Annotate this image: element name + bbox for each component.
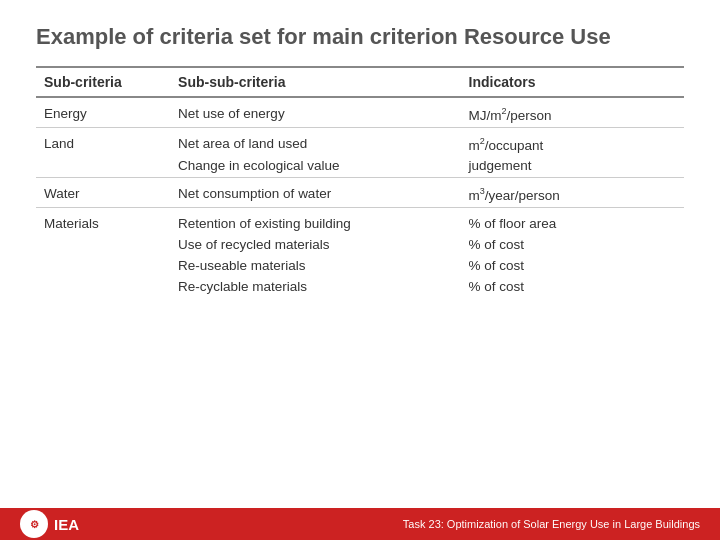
subcriteria-water: Water [36,178,170,208]
table-row: Re-cyclable materials % of cost [36,277,684,298]
header-subsubcriteria: Sub-sub-criteria [170,67,460,97]
subcriteria-materials: Materials [36,207,170,235]
table-row: Use of recycled materials % of cost [36,235,684,256]
table-row: Water Net consumption of water m3/year/p… [36,178,684,208]
subsubcriteria-materials-3: Re-useable materials [170,256,460,277]
criteria-table: Sub-criteria Sub-sub-criteria Indicators… [36,66,684,298]
page-title: Example of criteria set for main criteri… [36,24,684,50]
subsubcriteria-materials-4: Re-cyclable materials [170,277,460,298]
footer-bar: ⚙ IEA Task 23: Optimization of Solar Ene… [0,508,720,540]
subsubcriteria-materials-1: Retention of existing building [170,207,460,235]
subsubcriteria-energy-1: Net use of energy [170,97,460,127]
header-subcriteria: Sub-criteria [36,67,170,97]
indicator-materials-3: % of cost [461,256,684,277]
logo-gear-icon: ⚙ [30,519,39,530]
iea-text: IEA [54,516,79,533]
indicator-materials-4: % of cost [461,277,684,298]
subsubcriteria-water-1: Net consumption of water [170,178,460,208]
main-page: Example of criteria set for main criteri… [0,0,720,540]
table-row: Re-useable materials % of cost [36,256,684,277]
indicator-materials-1: % of floor area [461,207,684,235]
indicator-land-2: judgement [461,156,684,178]
table-row: Land Net area of land used m2/occupant [36,127,684,156]
subsubcriteria-materials-2: Use of recycled materials [170,235,460,256]
iea-logo: ⚙ [20,510,48,538]
subcriteria-land: Land [36,127,170,156]
footer-logo: ⚙ IEA [20,510,79,538]
table-row: Energy Net use of energy MJ/m2/person [36,97,684,127]
subsubcriteria-land-1: Net area of land used [170,127,460,156]
header-indicators: Indicators [461,67,684,97]
indicator-energy-1: MJ/m2/person [461,97,684,127]
subsubcriteria-land-2: Change in ecological value [170,156,460,178]
indicator-materials-2: % of cost [461,235,684,256]
indicator-water-1: m3/year/person [461,178,684,208]
table-row: Materials Retention of existing building… [36,207,684,235]
table-row: Change in ecological value judgement [36,156,684,178]
footer-task-text: Task 23: Optimization of Solar Energy Us… [403,518,700,530]
table-header-row: Sub-criteria Sub-sub-criteria Indicators [36,67,684,97]
subcriteria-energy: Energy [36,97,170,127]
indicator-land-1: m2/occupant [461,127,684,156]
